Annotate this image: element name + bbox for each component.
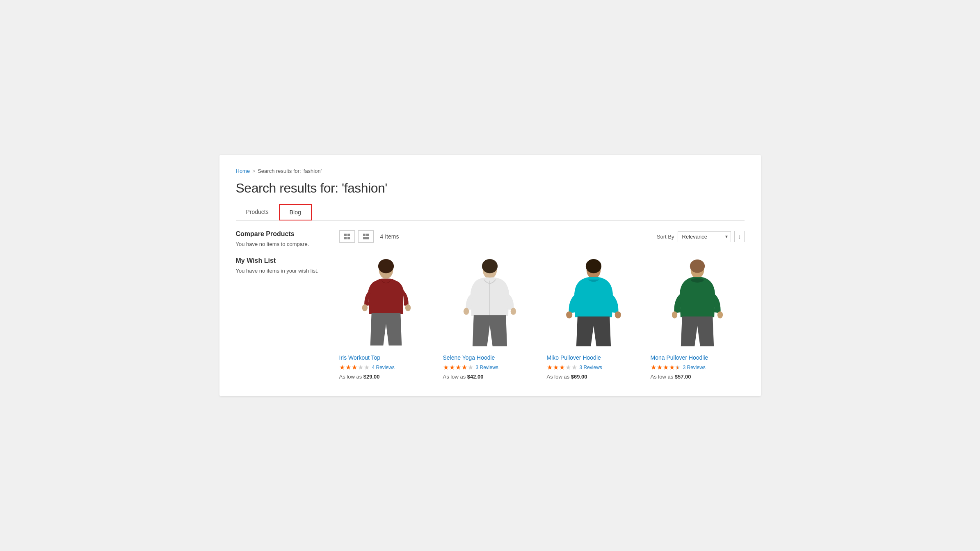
star-1: ★ bbox=[651, 363, 656, 371]
product-card: Mona Pullover Hoodlie ★ ★ ★ ★ ★★ 3 Revie… bbox=[651, 251, 745, 380]
items-count: 4 Items bbox=[380, 233, 653, 240]
product-card: Selene Yoga Hoodie ★ ★ ★ ★ ★ 3 Reviews A… bbox=[443, 251, 537, 380]
product-image-wrap bbox=[651, 251, 745, 349]
svg-point-23 bbox=[672, 311, 677, 318]
svg-rect-5 bbox=[366, 234, 369, 236]
svg-point-14 bbox=[464, 308, 469, 315]
product-card: Iris Workout Top ★ ★ ★ ★ ★ 4 Reviews As … bbox=[339, 251, 433, 380]
svg-point-21 bbox=[690, 259, 705, 273]
product-name[interactable]: Selene Yoga Hoodie bbox=[443, 354, 495, 361]
star-2: ★ bbox=[657, 363, 662, 371]
svg-point-17 bbox=[586, 259, 601, 273]
svg-point-18 bbox=[566, 311, 572, 318]
rating-row: ★ ★ ★ ★ ★ 4 Reviews bbox=[339, 363, 395, 371]
reviews-link[interactable]: 3 Reviews bbox=[580, 365, 602, 370]
reviews-link[interactable]: 4 Reviews bbox=[372, 365, 395, 370]
breadcrumb: Home > Search results for: 'fashion' bbox=[236, 168, 745, 174]
wishlist-empty: You have no items in your wish list. bbox=[236, 268, 326, 274]
star-4: ★ bbox=[669, 363, 675, 371]
star-1: ★ bbox=[339, 363, 345, 371]
svg-rect-6 bbox=[363, 237, 369, 239]
svg-point-9 bbox=[362, 304, 368, 311]
tab-blog[interactable]: Blog bbox=[279, 204, 312, 220]
page-title: Search results for: 'fashion' bbox=[236, 181, 745, 196]
star-2: ★ bbox=[345, 363, 351, 371]
content-area: Compare Products You have no items to co… bbox=[236, 230, 745, 380]
svg-rect-0 bbox=[344, 234, 347, 236]
reviews-link[interactable]: 3 Reviews bbox=[476, 365, 498, 370]
price-row: As low as $29.00 bbox=[339, 374, 380, 380]
rating-row: ★ ★ ★ ★ ★★ 3 Reviews bbox=[651, 363, 706, 371]
svg-point-24 bbox=[717, 311, 723, 318]
sort-select[interactable]: Relevance Name Price Position bbox=[678, 231, 731, 242]
svg-point-15 bbox=[511, 308, 516, 315]
price-row: As low as $57.00 bbox=[651, 374, 691, 380]
star-5: ★ bbox=[364, 363, 370, 371]
product-name[interactable]: Miko Pullover Hoodie bbox=[547, 354, 601, 361]
svg-point-22 bbox=[691, 278, 704, 282]
star-3: ★ bbox=[663, 363, 669, 371]
breadcrumb-current: Search results for: 'fashion' bbox=[258, 168, 322, 174]
breadcrumb-home[interactable]: Home bbox=[236, 168, 250, 174]
compare-products-title: Compare Products bbox=[236, 230, 326, 238]
grid-icon bbox=[344, 233, 350, 240]
price: $29.00 bbox=[363, 374, 380, 380]
grid-view-button[interactable] bbox=[339, 230, 355, 243]
sidebar: Compare Products You have no items to co… bbox=[236, 230, 326, 380]
product-name[interactable]: Mona Pullover Hoodlie bbox=[651, 354, 708, 361]
sort-label: Sort By bbox=[657, 234, 674, 240]
price-row: As low as $42.00 bbox=[443, 374, 484, 380]
price: $69.00 bbox=[571, 374, 587, 380]
stars: ★ ★ ★ ★ ★ bbox=[443, 363, 473, 371]
svg-point-12 bbox=[482, 259, 498, 273]
product-image-wrap bbox=[443, 251, 537, 349]
product-image-iris bbox=[355, 259, 417, 349]
star-3: ★ bbox=[352, 363, 357, 371]
svg-point-19 bbox=[615, 311, 621, 318]
product-image-wrap bbox=[339, 251, 433, 349]
product-name[interactable]: Iris Workout Top bbox=[339, 354, 381, 361]
price: $42.00 bbox=[467, 374, 484, 380]
product-image-miko bbox=[563, 259, 624, 349]
sort-direction-button[interactable]: ↓ bbox=[734, 231, 745, 242]
toolbar: 4 Items Sort By Relevance Name Price Pos… bbox=[339, 230, 745, 243]
svg-rect-4 bbox=[363, 234, 366, 236]
star-4: ★ bbox=[358, 363, 363, 371]
reviews-link[interactable]: 3 Reviews bbox=[683, 365, 706, 370]
product-image-wrap bbox=[547, 251, 641, 349]
compare-products-empty: You have no items to compare. bbox=[236, 241, 326, 247]
product-image-mona bbox=[667, 259, 728, 349]
product-card: Miko Pullover Hoodie ★ ★ ★ ★ ★ 3 Reviews… bbox=[547, 251, 641, 380]
svg-rect-1 bbox=[347, 234, 350, 236]
main-content: 4 Items Sort By Relevance Name Price Pos… bbox=[339, 230, 745, 380]
product-image-selene bbox=[459, 259, 521, 349]
svg-rect-2 bbox=[344, 237, 347, 239]
stars: ★ ★ ★ ★ ★ bbox=[339, 363, 370, 371]
star-2: ★ bbox=[449, 363, 455, 371]
tabs-container: Products Blog bbox=[236, 204, 745, 220]
tab-products[interactable]: Products bbox=[236, 204, 279, 220]
products-grid: Iris Workout Top ★ ★ ★ ★ ★ 4 Reviews As … bbox=[339, 251, 745, 380]
star-4: ★ bbox=[461, 363, 467, 371]
price: $57.00 bbox=[675, 374, 691, 380]
stars: ★ ★ ★ ★ ★★ bbox=[651, 363, 681, 371]
list-view-button[interactable] bbox=[358, 230, 374, 243]
star-4: ★ bbox=[565, 363, 571, 371]
list-icon bbox=[363, 233, 369, 240]
star-3: ★ bbox=[455, 363, 461, 371]
sort-select-wrap: Relevance Name Price Position bbox=[678, 231, 731, 242]
main-card: Home > Search results for: 'fashion' Sea… bbox=[219, 155, 761, 396]
price-row: As low as $69.00 bbox=[547, 374, 587, 380]
rating-row: ★ ★ ★ ★ ★ 3 Reviews bbox=[443, 363, 498, 371]
star-3: ★ bbox=[559, 363, 565, 371]
svg-point-8 bbox=[378, 259, 394, 273]
sort-area: Sort By Relevance Name Price Position ↓ bbox=[657, 231, 745, 242]
star-5: ★ bbox=[571, 363, 577, 371]
star-2: ★ bbox=[553, 363, 559, 371]
svg-rect-3 bbox=[347, 237, 350, 239]
breadcrumb-separator: > bbox=[252, 168, 255, 174]
star-5: ★ bbox=[468, 363, 473, 371]
star-1: ★ bbox=[547, 363, 553, 371]
star-1: ★ bbox=[443, 363, 449, 371]
wishlist-title: My Wish List bbox=[236, 257, 326, 264]
